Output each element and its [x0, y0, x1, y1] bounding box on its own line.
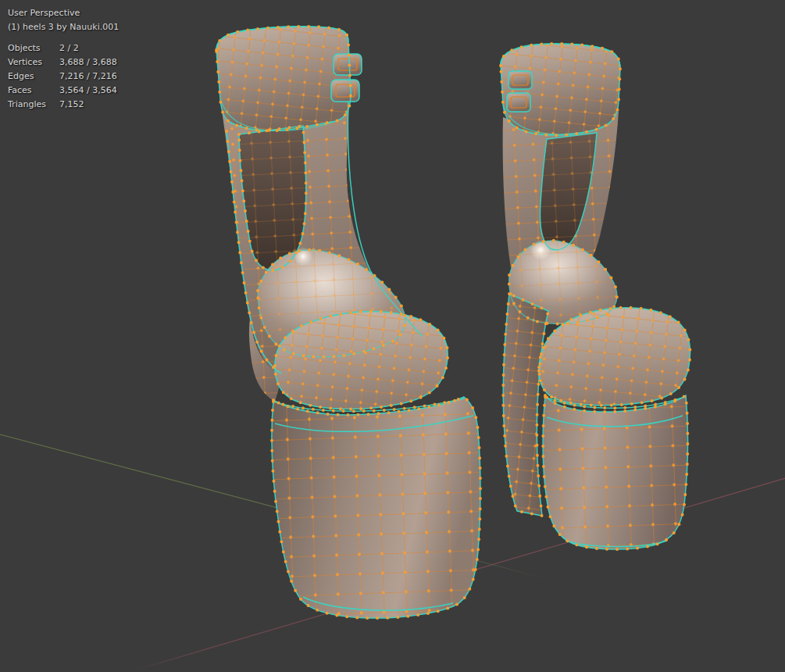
stats-value: 3,688 / 3,688 [59, 57, 119, 67]
stats-value: 7,152 [59, 99, 119, 109]
buckle-right-top [508, 71, 532, 89]
viewport-overlay-text: User Perspective (1) heels 3 by Nauuki.0… [8, 6, 119, 109]
specular-highlight [530, 240, 551, 260]
mesh-object-left-heel[interactable] [216, 27, 480, 618]
blender-3d-viewport[interactable]: User Perspective (1) heels 3 by Nauuki.0… [0, 0, 785, 672]
view-perspective-label: User Perspective [8, 6, 119, 20]
buckle-left-top [334, 54, 362, 75]
buckle-right-bottom [507, 93, 530, 112]
mesh-object-right-heel[interactable] [501, 44, 690, 549]
stats-label: Edges [8, 71, 53, 81]
stats-value: 3,564 / 3,564 [59, 85, 119, 95]
scene-statistics: Objects 2 / 2 Vertices 3,688 / 3,688 Edg… [8, 43, 119, 109]
stats-value: 2 / 2 [59, 43, 119, 53]
active-object-label: (1) heels 3 by Nauuki.001 [8, 20, 119, 34]
stats-label: Vertices [8, 57, 53, 67]
stats-label: Faces [8, 85, 53, 95]
stats-value: 7,216 / 7,216 [59, 71, 119, 81]
stats-label: Objects [8, 43, 53, 53]
stats-label: Triangles [8, 99, 53, 109]
buckle-left-bottom [331, 80, 359, 102]
